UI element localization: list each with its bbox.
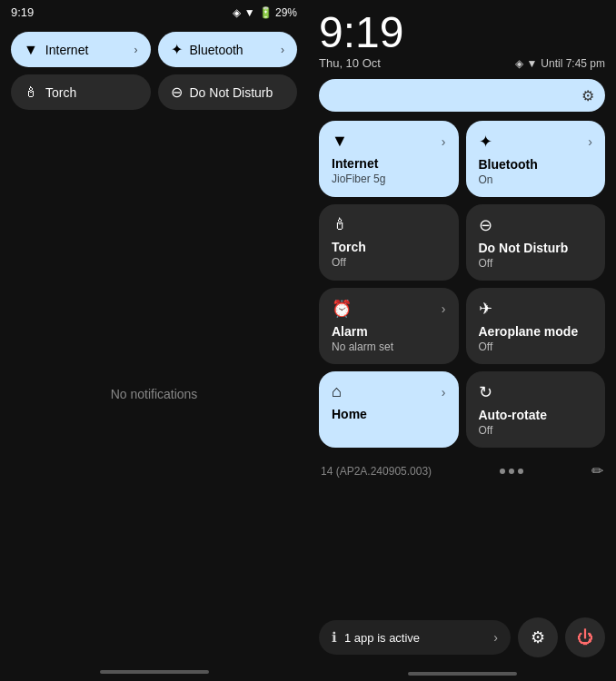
tile-dnd-right[interactable]: ⊖ Do Not Disturb Off [466, 204, 606, 281]
alarm-right-arrow: › [442, 301, 446, 316]
tile-alarm-right[interactable]: ⏰ › Alarm No alarm set [319, 288, 459, 364]
power-button-icon: ⏻ [577, 628, 593, 647]
internet-right-arrow: › [442, 134, 446, 149]
until-label: Until 7:45 pm [541, 57, 605, 70]
active-app-info-icon: ℹ [332, 629, 337, 646]
dot-1 [500, 469, 505, 474]
tile-internet-label: Internet [45, 43, 88, 57]
torch-right-title: Torch [332, 240, 446, 254]
quick-tiles-left: ▼ Internet › ✦ Bluetooth › 🕯 Torch ⊖ Do … [0, 25, 308, 117]
torch-right-subtitle: Off [332, 256, 446, 269]
tile-dnd-header: ⊖ [479, 215, 593, 235]
active-app-left: ℹ 1 app is active [332, 629, 420, 646]
autorotate-right-title: Auto-rotate [479, 408, 593, 422]
status-bar-left: 9:19 ◈ ▼ 🔋 29% [0, 0, 308, 25]
tile-internet-header: ▼ › [332, 132, 446, 151]
settings-button[interactable]: ⚙ [518, 617, 558, 657]
right-panel: 9:19 Thu, 10 Oct ◈ ▼ Until 7:45 pm ⚙ ▼ ›… [308, 0, 616, 681]
left-panel: 9:19 ◈ ▼ 🔋 29% ▼ Internet › ✦ Bluetooth … [0, 0, 308, 681]
tile-torch-label: Torch [45, 85, 76, 100]
wifi-icon: ▼ [244, 6, 255, 19]
dnd-right-subtitle: Off [479, 257, 593, 270]
tile-home-header: ⌂ › [332, 382, 446, 401]
home-indicator-right [408, 672, 517, 676]
search-bar[interactable]: ⚙ [319, 79, 605, 112]
home-right-title: Home [332, 407, 446, 421]
tile-aeroplane-right[interactable]: ✈ Aeroplane mode Off [466, 288, 606, 364]
dot-2 [509, 469, 514, 474]
battery-icon: 🔋 29% [259, 6, 297, 19]
power-button[interactable]: ⏻ [565, 617, 605, 657]
alarm-right-icon: ⏰ [332, 299, 352, 319]
build-text: 14 (AP2A.240905.003) [321, 465, 432, 478]
tile-dnd-left[interactable]: ⊖ Do Not Disturb [158, 74, 298, 110]
tile-autorotate-right[interactable]: ↻ Auto-rotate Off [466, 371, 606, 448]
tile-torch-left[interactable]: 🕯 Torch [11, 74, 151, 110]
date-right: Thu, 10 Oct [319, 56, 381, 70]
date-until-row: Thu, 10 Oct ◈ ▼ Until 7:45 pm [319, 56, 605, 70]
alarm-right-title: Alarm [332, 324, 446, 339]
alarm-right-subtitle: No alarm set [332, 340, 446, 353]
status-icon-right: ◈ ▼ [515, 57, 537, 70]
dnd-right-title: Do Not Disturb [479, 241, 593, 255]
tile-torch-right[interactable]: 🕯 Torch Off [319, 204, 459, 281]
build-row: 14 (AP2A.240905.003) ✏ [319, 457, 605, 485]
tile-bluetooth-left[interactable]: ✦ Bluetooth › [158, 32, 298, 67]
settings-gear-icon[interactable]: ⚙ [581, 87, 594, 104]
autorotate-right-subtitle: Off [479, 424, 593, 437]
tile-internet-right[interactable]: ▼ › Internet JioFiber 5g [319, 121, 459, 197]
aeroplane-right-subtitle: Off [479, 340, 593, 353]
tile-alarm-header: ⏰ › [332, 299, 446, 319]
tile-bluetooth-arrow: › [281, 44, 284, 56]
bluetooth-right-title: Bluetooth [479, 157, 593, 172]
until-text: ◈ ▼ Until 7:45 pm [515, 57, 605, 70]
torch-right-icon: 🕯 [332, 215, 348, 234]
bluetooth-tile-icon: ✦ [171, 41, 183, 58]
signal-icon: ◈ [233, 6, 241, 19]
tile-bluetooth-header: ✦ › [479, 132, 593, 152]
home-right-arrow: › [442, 385, 446, 400]
aeroplane-right-title: Aeroplane mode [479, 324, 593, 339]
time-left: 9:19 [11, 5, 34, 19]
settings-button-icon: ⚙ [531, 627, 545, 647]
status-icons-left: ◈ ▼ 🔋 29% [233, 6, 297, 19]
tile-internet-left[interactable]: ▼ Internet › [11, 32, 151, 67]
active-app-arrow: › [493, 630, 498, 645]
tiles-grid-right: ▼ › Internet JioFiber 5g ✦ › Bluetooth O… [319, 121, 605, 448]
home-indicator-left [100, 670, 209, 674]
tile-torch-header: 🕯 [332, 215, 446, 234]
notifications-area: No notifications [0, 117, 308, 670]
autorotate-right-icon: ↻ [479, 382, 492, 402]
active-app-pill[interactable]: ℹ 1 app is active › [319, 620, 511, 655]
tile-internet-arrow: › [134, 44, 138, 56]
build-dots[interactable] [500, 469, 523, 474]
bluetooth-right-icon: ✦ [479, 132, 492, 152]
wifi-tile-icon: ▼ [24, 42, 38, 58]
aeroplane-right-icon: ✈ [479, 299, 492, 319]
time-right: 9:19 [319, 11, 605, 54]
internet-right-title: Internet [332, 156, 446, 171]
tile-bluetooth-label: Bluetooth [190, 43, 243, 57]
internet-right-icon: ▼ [332, 132, 348, 151]
active-app-label: 1 app is active [344, 631, 420, 645]
bottom-spacer [319, 485, 605, 608]
tile-dnd-label: Do Not Disturb [190, 85, 273, 100]
bluetooth-right-subtitle: On [479, 173, 593, 186]
bottom-bar: ℹ 1 app is active › ⚙ ⏻ [319, 608, 605, 668]
tile-aeroplane-header: ✈ [479, 299, 593, 319]
bluetooth-right-arrow: › [588, 134, 592, 149]
tile-home-right[interactable]: ⌂ › Home [319, 371, 459, 448]
dnd-tile-icon: ⊖ [171, 84, 183, 101]
dot-3 [518, 469, 523, 474]
tile-bluetooth-right[interactable]: ✦ › Bluetooth On [466, 121, 606, 197]
edit-icon[interactable]: ✏ [591, 462, 603, 479]
tile-autorotate-header: ↻ [479, 382, 593, 402]
torch-tile-icon: 🕯 [24, 84, 38, 101]
home-right-icon: ⌂ [332, 382, 342, 401]
internet-right-subtitle: JioFiber 5g [332, 173, 446, 185]
dnd-right-icon: ⊖ [479, 215, 492, 235]
no-notifications-text: No notifications [111, 387, 198, 401]
